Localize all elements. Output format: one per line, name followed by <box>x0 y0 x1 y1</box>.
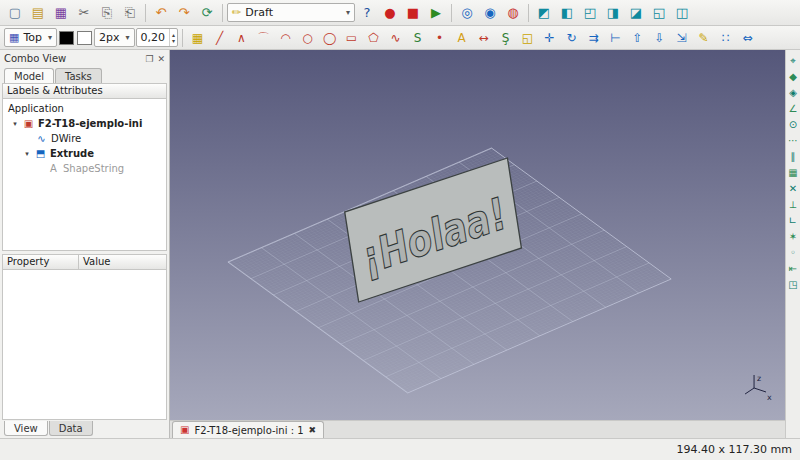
model-tree: Application ▾ ▣ F2-T18-ejemplo-ini ∿ DWi… <box>2 99 167 251</box>
tab-tasks[interactable]: Tasks <box>55 68 102 83</box>
snap-angle-icon[interactable]: ∠ <box>786 102 800 116</box>
draft-workbench-icon: ✏ <box>232 6 241 19</box>
tree-item-application[interactable]: Application <box>3 101 166 116</box>
draft-rotate-icon[interactable]: ↻ <box>561 29 582 47</box>
snap-grid-icon[interactable]: ▦ <box>786 166 800 180</box>
value-column-header[interactable]: Value <box>78 254 167 270</box>
working-plane-selector[interactable]: ▦ Top ▾ <box>4 28 57 47</box>
property-column-header[interactable]: Property <box>2 254 78 270</box>
chevron-down-icon: ▾ <box>125 33 129 42</box>
draft-scale-icon[interactable]: ⇲ <box>671 29 692 47</box>
tree-item-extrude[interactable]: ▾ ⬒ Extrude <box>3 146 166 161</box>
view-isometric-icon[interactable]: ◩ <box>533 3 555 23</box>
view-left-icon[interactable]: ◫ <box>671 3 693 23</box>
line-width-value: 2px <box>99 31 120 44</box>
draft-edit-icon[interactable]: ✎ <box>693 29 714 47</box>
view-toolbar-group: ◎◉◍ <box>456 3 524 23</box>
line-color-swatch[interactable] <box>59 31 74 45</box>
3d-view-canvas[interactable]: ¡Holaa! z x <box>170 50 785 420</box>
draft-tools-group: ▦╱∧⌒◠○◯▭⬠∿S•A↔Ş◱✛↻⇉⊢⇧⇩⇲✎∷⇔ <box>187 29 758 47</box>
spin-down-icon[interactable]: ▾ <box>172 38 175 44</box>
document-tab[interactable]: ▣ F2-T18-ejemplo-ini : 1 ✖ <box>172 421 324 438</box>
draft-line-icon[interactable]: ╱ <box>209 29 230 47</box>
cut-icon[interactable]: ✂ <box>73 3 95 23</box>
whats-this-icon[interactable]: ? <box>356 3 378 23</box>
open-file-icon[interactable]: ▤ <box>27 3 49 23</box>
macro-record-icon[interactable]: ● <box>379 3 401 23</box>
draft-downgrade-icon[interactable]: ⇩ <box>649 29 670 47</box>
snap-ortho-icon[interactable]: ∟ <box>786 214 800 228</box>
tab-model[interactable]: Model <box>4 68 54 83</box>
snap-near-icon[interactable]: ◦ <box>786 246 800 260</box>
undo-icon[interactable]: ↶ <box>150 3 172 23</box>
zoom-fit-all-icon[interactable]: ◎ <box>456 3 478 23</box>
face-color-swatch[interactable] <box>77 31 92 45</box>
draft-dimension-icon[interactable]: ↔ <box>473 29 494 47</box>
macro-play-icon[interactable]: ▶ <box>425 3 447 23</box>
line-width-selector[interactable]: 2px ▾ <box>94 28 135 47</box>
draft-move-icon[interactable]: ✛ <box>539 29 560 47</box>
tab-view[interactable]: View <box>4 421 48 436</box>
redo-icon[interactable]: ↷ <box>173 3 195 23</box>
draft-text-icon[interactable]: A <box>451 29 472 47</box>
paste-icon[interactable]: ⎗ <box>119 3 141 23</box>
snap-intersection-icon[interactable]: ✕ <box>786 182 800 196</box>
tree-item-shapestring[interactable]: A ShapeString <box>3 161 166 176</box>
snap-endpoint-icon[interactable]: ◆ <box>786 70 800 84</box>
zoom-box-icon[interactable]: ◉ <box>479 3 501 23</box>
draft-arc-icon[interactable]: ◠ <box>275 29 296 47</box>
new-file-icon[interactable]: ▢ <box>4 3 26 23</box>
tree-item-document[interactable]: ▾ ▣ F2-T18-ejemplo-ini <box>3 116 166 131</box>
snap-dimensions-icon[interactable]: ⇤ <box>786 262 800 276</box>
draft-polyline-icon[interactable]: ∧ <box>231 29 252 47</box>
snap-center-icon[interactable]: ⊙ <box>786 118 800 132</box>
copy-icon[interactable]: ⎘ <box>96 3 118 23</box>
workbench-selector[interactable]: ✏ Draft ▾ <box>227 3 355 22</box>
float-panel-icon[interactable]: ❐ <box>145 54 153 64</box>
close-panel-icon[interactable]: ✕ <box>157 54 165 64</box>
view-top-icon[interactable]: ◰ <box>579 3 601 23</box>
snap-lock-icon[interactable]: ⌖ <box>786 54 800 68</box>
draft-array-icon[interactable]: ∷ <box>715 29 736 47</box>
snap-midpoint-icon[interactable]: ◈ <box>786 86 800 100</box>
draft-offset-icon[interactable]: ⇉ <box>583 29 604 47</box>
draft-trimex-icon[interactable]: ⊢ <box>605 29 626 47</box>
draft-bezier-icon[interactable]: S <box>407 29 428 47</box>
draft-mirror-icon[interactable]: ⇔ <box>737 29 758 47</box>
draft-fillet-icon[interactable]: ⌒ <box>253 29 274 47</box>
view-right-icon[interactable]: ◨ <box>602 3 624 23</box>
draft-polygon-icon[interactable]: ⬠ <box>363 29 384 47</box>
scale-spinbox[interactable]: 0,20 ▴ ▾ <box>136 28 179 47</box>
draft-facebinder-icon[interactable]: ◱ <box>517 29 538 47</box>
snap-parallel-icon[interactable]: ∥ <box>786 150 800 164</box>
snap-toggle-icon[interactable]: ▦ <box>187 29 208 47</box>
draft-circle-icon[interactable]: ○ <box>297 29 318 47</box>
snap-special-icon[interactable]: ✶ <box>786 230 800 244</box>
tab-data[interactable]: Data <box>49 421 93 436</box>
snap-extension-icon[interactable]: ⋯ <box>786 134 800 148</box>
refresh-icon[interactable]: ⟳ <box>196 3 218 23</box>
draft-point-icon[interactable]: • <box>429 29 450 47</box>
shapestring-icon: A <box>48 163 59 174</box>
axis-z-label: z <box>757 374 761 383</box>
draft-upgrade-icon[interactable]: ⇧ <box>627 29 648 47</box>
mdi-area: ¡Holaa! z x ▣ F2-T18-ejemplo-ini : 1 ✖ <box>170 50 785 438</box>
expand-arrow-icon[interactable]: ▾ <box>23 150 31 158</box>
tree-item-dwire[interactable]: ∿ DWire <box>3 131 166 146</box>
draft-bspline-icon[interactable]: ∿ <box>385 29 406 47</box>
snap-workingplane-icon[interactable]: ◳ <box>786 278 800 292</box>
draw-style-icon[interactable]: ◍ <box>502 3 524 23</box>
snap-perpendicular-icon[interactable]: ⟂ <box>786 198 800 212</box>
toolbar-separator <box>182 29 183 47</box>
draft-rectangle-icon[interactable]: ▭ <box>341 29 362 47</box>
draft-ellipse-icon[interactable]: ◯ <box>319 29 340 47</box>
view-front-icon[interactable]: ◧ <box>556 3 578 23</box>
macro-stop-icon[interactable]: ■ <box>402 3 424 23</box>
view-rear-icon[interactable]: ◪ <box>625 3 647 23</box>
view-bottom-icon[interactable]: ◱ <box>648 3 670 23</box>
save-icon[interactable]: ▦ <box>50 3 72 23</box>
draft-shapestring-icon[interactable]: Ş <box>495 29 516 47</box>
close-tab-icon[interactable]: ✖ <box>309 425 317 435</box>
3d-viewport[interactable]: ¡Holaa! z x <box>170 50 785 420</box>
expand-arrow-icon[interactable]: ▾ <box>11 120 19 128</box>
